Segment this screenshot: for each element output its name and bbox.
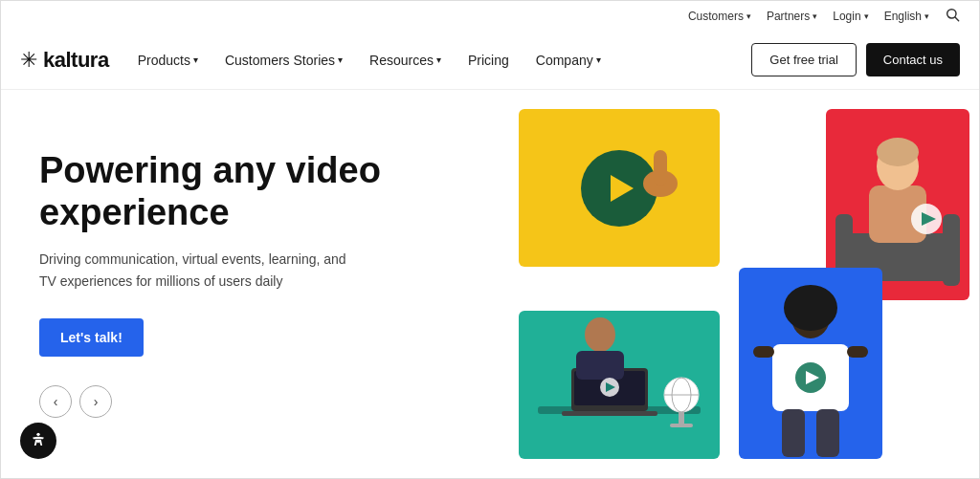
nav-resources[interactable]: Resources ▾ bbox=[369, 53, 441, 68]
top-bar: Customers ▾ Partners ▾ Login ▾ English ▾ bbox=[1, 1, 979, 31]
teal-image-block bbox=[519, 311, 720, 459]
customers-chevron: ▾ bbox=[746, 11, 751, 21]
products-chevron: ▾ bbox=[193, 54, 198, 65]
svg-line-1 bbox=[955, 17, 959, 21]
image-collage bbox=[500, 99, 969, 468]
accessibility-icon bbox=[29, 431, 48, 450]
nav-customers-stories[interactable]: Customers Stories ▾ bbox=[225, 53, 343, 68]
customers-dropdown[interactable]: Customers ▾ bbox=[688, 10, 751, 23]
next-arrow-icon: › bbox=[94, 394, 99, 409]
nav-pricing[interactable]: Pricing bbox=[468, 53, 509, 68]
company-label: Company bbox=[536, 53, 593, 68]
pricing-label: Pricing bbox=[468, 53, 509, 68]
free-trial-button[interactable]: Get free trial bbox=[751, 43, 857, 76]
nav-products[interactable]: Products ▾ bbox=[138, 53, 198, 68]
customers-stories-label: Customers Stories bbox=[225, 53, 335, 68]
prev-arrow-button[interactable]: ‹ bbox=[39, 385, 72, 418]
blue-image-block bbox=[739, 268, 882, 459]
yellow-image-block bbox=[519, 109, 720, 267]
hero-left: Powering any video experience Driving co… bbox=[1, 90, 490, 478]
woman-standing-illustration bbox=[739, 268, 882, 459]
logo-text: kaltura bbox=[43, 48, 109, 73]
nav-links: Products ▾ Customers Stories ▾ Resources… bbox=[138, 53, 752, 68]
hero-title: Powering any video experience bbox=[39, 150, 384, 233]
next-arrow-button[interactable]: › bbox=[79, 385, 112, 418]
carousel-arrows: ‹ › bbox=[39, 385, 452, 418]
svg-rect-22 bbox=[576, 351, 624, 380]
customers-label: Customers bbox=[688, 10, 744, 23]
play-triangle-large bbox=[611, 175, 634, 202]
language-chevron: ▾ bbox=[924, 11, 929, 21]
hero-section: Powering any video experience Driving co… bbox=[1, 90, 979, 478]
language-dropdown[interactable]: English ▾ bbox=[884, 10, 929, 23]
navbar: ✳ kaltura Products ▾ Customers Stories ▾… bbox=[1, 31, 979, 90]
products-label: Products bbox=[138, 53, 190, 68]
customers-stories-chevron: ▾ bbox=[338, 54, 343, 65]
svg-point-21 bbox=[585, 317, 615, 352]
svg-rect-3 bbox=[654, 150, 667, 186]
svg-point-34 bbox=[36, 433, 39, 436]
hand-silhouette bbox=[636, 131, 684, 198]
svg-point-9 bbox=[877, 138, 919, 166]
svg-point-31 bbox=[784, 285, 837, 331]
prev-arrow-icon: ‹ bbox=[54, 394, 58, 409]
search-icon[interactable] bbox=[945, 7, 960, 25]
svg-rect-6 bbox=[943, 214, 960, 286]
partners-dropdown[interactable]: Partners ▾ bbox=[767, 10, 817, 23]
partners-label: Partners bbox=[767, 10, 810, 23]
man-laptop-illustration bbox=[519, 311, 720, 449]
logo[interactable]: ✳ kaltura bbox=[20, 48, 109, 73]
hero-subtitle: Driving communication, virtual events, l… bbox=[39, 249, 365, 292]
resources-chevron: ▾ bbox=[436, 54, 441, 65]
svg-rect-15 bbox=[562, 411, 657, 416]
page-wrapper: Customers ▾ Partners ▾ Login ▾ English ▾… bbox=[0, 0, 980, 479]
partners-chevron: ▾ bbox=[813, 11, 817, 21]
svg-rect-33 bbox=[847, 346, 868, 358]
company-chevron: ▾ bbox=[596, 54, 601, 65]
hero-right bbox=[490, 90, 979, 478]
nav-actions: Get free trial Contact us bbox=[751, 43, 960, 76]
svg-rect-19 bbox=[679, 412, 684, 424]
login-chevron: ▾ bbox=[864, 11, 869, 21]
svg-rect-32 bbox=[753, 346, 774, 358]
nav-company[interactable]: Company ▾ bbox=[536, 53, 601, 68]
lets-talk-button[interactable]: Let's talk! bbox=[39, 318, 144, 357]
contact-button[interactable]: Contact us bbox=[866, 43, 960, 76]
language-label: English bbox=[884, 10, 922, 23]
svg-rect-29 bbox=[816, 409, 839, 457]
woman-couch-illustration bbox=[831, 109, 965, 291]
accessibility-button[interactable] bbox=[20, 423, 56, 459]
svg-rect-28 bbox=[782, 409, 805, 457]
svg-rect-20 bbox=[670, 424, 693, 427]
resources-label: Resources bbox=[369, 53, 434, 68]
login-dropdown[interactable]: Login ▾ bbox=[833, 10, 868, 23]
logo-icon: ✳ bbox=[20, 48, 37, 73]
login-label: Login bbox=[833, 10, 860, 23]
